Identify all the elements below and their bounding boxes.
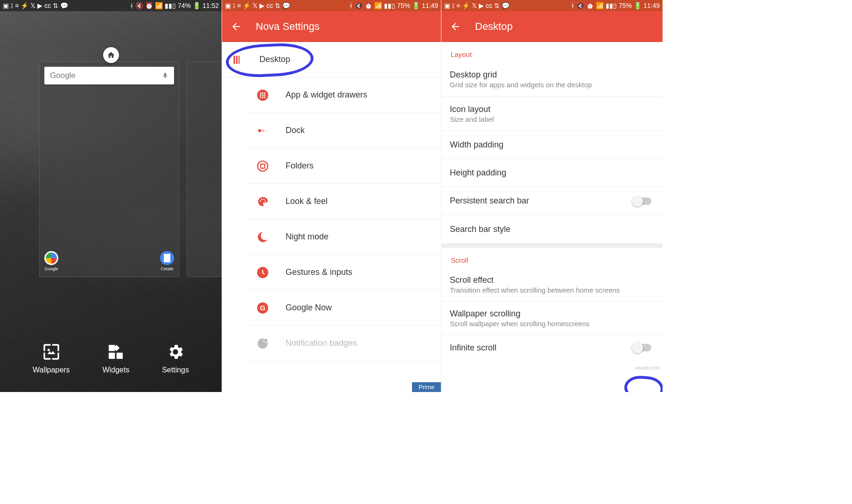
docs-icon (160, 251, 174, 265)
svg-point-4 (260, 94, 261, 96)
svg-point-1 (260, 92, 261, 94)
settings-button[interactable]: Settings (162, 343, 189, 374)
homescreen-thumbnail-next[interactable] (187, 62, 222, 277)
svg-point-7 (260, 96, 261, 98)
setting-desktop-grid[interactable]: Desktop grid Grid size for apps and widg… (441, 62, 663, 97)
section-header-scroll: Scroll (441, 248, 663, 268)
svg-point-15 (261, 198, 262, 200)
app-bar: Nova Settings (222, 11, 441, 42)
section-divider (441, 243, 663, 248)
toggle-persistent-search[interactable] (633, 197, 651, 205)
nova-settings-screen: ▣⫱≡⚡𝕏▶cc⇅💬 ᚼ🔇⏰📶▮▮▯ 75%🔋11:49 Nova Settin… (222, 0, 441, 392)
alarm-icon: ⏰ (145, 0, 153, 11)
svg-point-22 (264, 338, 268, 343)
gestures-icon (257, 266, 269, 279)
setting-icon-layout[interactable]: Icon layout Size and label (441, 97, 663, 131)
setting-width-padding[interactable]: Width padding (441, 131, 663, 159)
mic-icon[interactable] (162, 72, 168, 79)
setting-search-bar-style[interactable]: Search bar style (441, 215, 663, 243)
gear-icon (166, 343, 185, 361)
svg-point-12 (265, 130, 266, 131)
setting-dock[interactable]: Dock (248, 113, 441, 148)
svg-text:G: G (260, 304, 265, 312)
wallpapers-button[interactable]: Wallpapers (33, 343, 70, 374)
setting-folders[interactable]: Folders (248, 148, 441, 184)
svg-point-10 (258, 129, 261, 132)
status-right: ᚼ🔇⏰📶▮▮▯ 74%🔋 11:52 (130, 0, 219, 11)
desktop-icon (230, 54, 243, 66)
status-bar: ▣⫱≡⚡𝕏▶cc⇅💬 ᚼ🔇⏰📶▮▮▯ 74%🔋 11:52 (0, 0, 222, 11)
setting-wallpaper-scrolling[interactable]: Wallpaper scrolling Scroll wallpaper whe… (441, 301, 663, 335)
svg-point-3 (264, 92, 265, 94)
google-g-icon: G (257, 302, 269, 314)
setting-persistent-search-bar[interactable]: Persistent search bar (441, 187, 663, 215)
back-icon[interactable] (230, 21, 242, 32)
setting-notification-badges[interactable]: Notification badges (248, 326, 441, 361)
svg-point-2 (262, 92, 263, 94)
moon-icon (257, 231, 269, 243)
app-bar: Desktop (441, 11, 663, 42)
status-bar: ▣⫱≡⚡𝕏▶cc⇅💬 ᚼ🔇⏰📶▮▮▯ 75%🔋11:49 (441, 0, 663, 11)
status-bar: ▣⫱≡⚡𝕏▶cc⇅💬 ᚼ🔇⏰📶▮▮▯ 75%🔋11:49 (222, 0, 441, 11)
google-search-bar[interactable]: Google (44, 67, 174, 84)
svg-point-6 (264, 94, 265, 96)
badge-icon (257, 337, 269, 350)
setting-look-feel[interactable]: Look & feel (248, 184, 441, 219)
mute-icon: 🔇 (135, 0, 143, 11)
toggle-infinite-scroll[interactable] (633, 344, 651, 351)
dock-icon (257, 125, 269, 137)
wallpapers-icon (42, 343, 61, 361)
svg-point-9 (264, 96, 265, 98)
svg-point-16 (263, 198, 265, 200)
section-header-layout: Layout (441, 42, 663, 62)
app-create[interactable]: Create (160, 251, 174, 271)
desktop-settings-screen: ▣⫱≡⚡𝕏▶cc⇅💬 ᚼ🔇⏰📶▮▮▯ 75%🔋11:49 Desktop Lay… (441, 0, 663, 392)
clock: 11:52 (203, 0, 219, 11)
drawer-icon (257, 89, 269, 101)
battery-pct: 74% (178, 0, 191, 11)
default-home-button[interactable] (103, 47, 119, 63)
widgets-button[interactable]: Widgets (102, 343, 129, 374)
svg-point-14 (260, 200, 261, 202)
setting-infinite-scroll[interactable]: Infinite scroll (441, 335, 663, 360)
svg-point-11 (262, 129, 264, 131)
google-icon (44, 251, 58, 265)
widgets-icon (106, 343, 125, 361)
prime-badge: Prime (412, 382, 441, 392)
setting-app-widget-drawers[interactable]: App & widget drawers (248, 77, 441, 113)
desktop-settings-list[interactable]: Layout Desktop grid Grid size for apps a… (441, 42, 663, 392)
setting-height-padding[interactable]: Height padding (441, 159, 663, 187)
palette-icon (257, 196, 269, 208)
setting-google-now[interactable]: G Google Now (248, 290, 441, 326)
back-icon[interactable] (450, 21, 461, 32)
svg-point-17 (265, 200, 266, 202)
settings-list[interactable]: Desktop App & widget drawers Dock Folder… (222, 42, 441, 392)
setting-gestures[interactable]: Gestures & inputs (248, 255, 441, 290)
app-google[interactable]: Google (44, 251, 58, 271)
svg-point-13 (258, 161, 268, 171)
watermark: wsxdn.com (635, 365, 660, 371)
home-editor[interactable]: Google Google Create Wallpapers (0, 11, 222, 392)
home-icon (107, 51, 115, 59)
google-logo-text: Google (50, 71, 76, 80)
signal-icon: ▮▮▯ (165, 0, 176, 11)
setting-scroll-effect[interactable]: Scroll effect Transition effect when scr… (441, 268, 663, 301)
svg-point-5 (262, 94, 263, 96)
wifi-icon: 📶 (155, 0, 163, 11)
launcher-editor-screen: ▣⫱≡⚡𝕏▶cc⇅💬 ᚼ🔇⏰📶▮▮▯ 74%🔋 11:52 Google Goo… (0, 0, 222, 392)
annotation-circle (623, 375, 663, 392)
bluetooth-icon: ᚼ (130, 0, 133, 11)
setting-night-mode[interactable]: Night mode (248, 219, 441, 255)
status-left-icons: ▣⫱≡⚡𝕏▶cc⇅💬 (3, 0, 68, 11)
folders-icon (257, 160, 269, 172)
setting-desktop[interactable]: Desktop (222, 42, 441, 77)
svg-point-8 (262, 96, 263, 98)
homescreen-thumbnail[interactable]: Google Google Create (39, 62, 179, 277)
page-title: Nova Settings (256, 21, 320, 33)
page-title: Desktop (475, 21, 513, 33)
